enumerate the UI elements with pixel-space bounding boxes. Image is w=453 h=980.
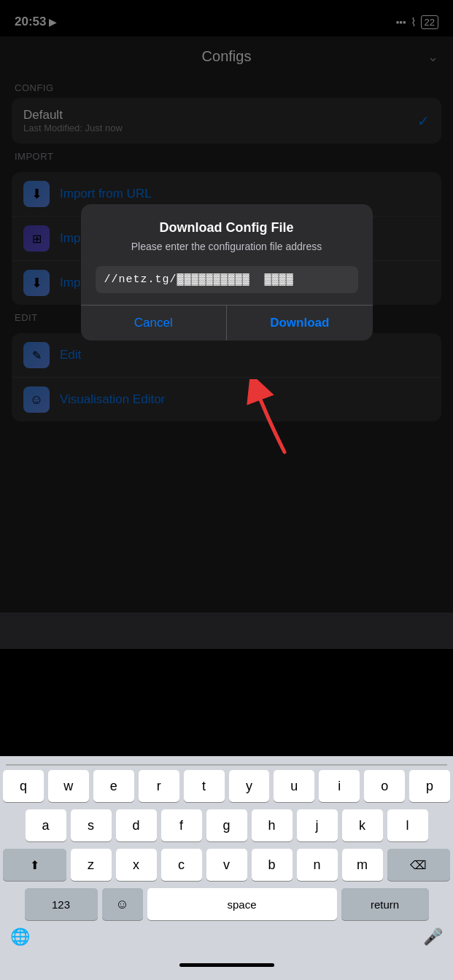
dialog-buttons: Cancel Download <box>81 305 373 341</box>
key-k[interactable]: k <box>342 809 383 841</box>
dialog-content: Download Config File Please enter the co… <box>81 204 373 305</box>
key-t[interactable]: t <box>184 770 225 802</box>
key-a[interactable]: a <box>26 809 66 841</box>
key-q[interactable]: q <box>3 770 44 802</box>
keyboard-row-4: 123 ☺ space return <box>3 888 450 920</box>
key-h[interactable]: h <box>252 809 293 841</box>
url-input[interactable] <box>96 266 358 293</box>
dialog-title: Download Config File <box>96 220 358 236</box>
key-y[interactable]: y <box>229 770 270 802</box>
key-f[interactable]: f <box>161 809 202 841</box>
key-g[interactable]: g <box>206 809 247 841</box>
key-u[interactable]: u <box>274 770 314 802</box>
space-key[interactable]: space <box>147 888 337 920</box>
key-r[interactable]: r <box>139 770 179 802</box>
key-e[interactable]: e <box>93 770 134 802</box>
emoji-key[interactable]: ☺ <box>102 888 143 920</box>
key-p[interactable]: p <box>409 770 450 802</box>
key-s[interactable]: s <box>71 809 112 841</box>
keyboard-row-3: ⬆ z x c v b n m ⌫ <box>3 849 450 881</box>
dialog-subtitle: Please enter the configuration file addr… <box>96 240 358 254</box>
key-x[interactable]: x <box>116 849 157 881</box>
key-j[interactable]: j <box>297 809 338 841</box>
key-i[interactable]: i <box>319 770 360 802</box>
home-bar <box>179 963 274 967</box>
keyboard-row-2: a s d f g h j k l <box>3 809 450 841</box>
numbers-key[interactable]: 123 <box>25 888 98 920</box>
keyboard-row-1: q w e r t y u i o p <box>3 770 450 802</box>
backspace-key[interactable]: ⌫ <box>387 849 451 881</box>
keyboard-toolbar <box>3 762 450 766</box>
key-d[interactable]: d <box>116 809 157 841</box>
keyboard: q w e r t y u i o p a s d f g h j k l ⬆ … <box>0 756 453 980</box>
shift-key[interactable]: ⬆ <box>3 849 66 881</box>
microphone-icon[interactable]: 🎤 <box>423 928 443 946</box>
download-button[interactable]: Download <box>227 306 373 341</box>
key-n[interactable]: n <box>297 849 338 881</box>
globe-icon[interactable]: 🌐 <box>10 928 30 946</box>
return-key[interactable]: return <box>341 888 429 920</box>
key-b[interactable]: b <box>252 849 293 881</box>
download-dialog: Download Config File Please enter the co… <box>81 204 373 341</box>
key-c[interactable]: c <box>161 849 202 881</box>
key-w[interactable]: w <box>48 770 89 802</box>
key-o[interactable]: o <box>364 770 405 802</box>
key-v[interactable]: v <box>206 849 247 881</box>
cancel-button[interactable]: Cancel <box>81 306 228 341</box>
key-z[interactable]: z <box>71 849 112 881</box>
home-indicator <box>3 952 450 977</box>
key-m[interactable]: m <box>342 849 383 881</box>
keyboard-bottom-row: 🌐 🎤 <box>3 928 450 946</box>
key-l[interactable]: l <box>387 809 428 841</box>
